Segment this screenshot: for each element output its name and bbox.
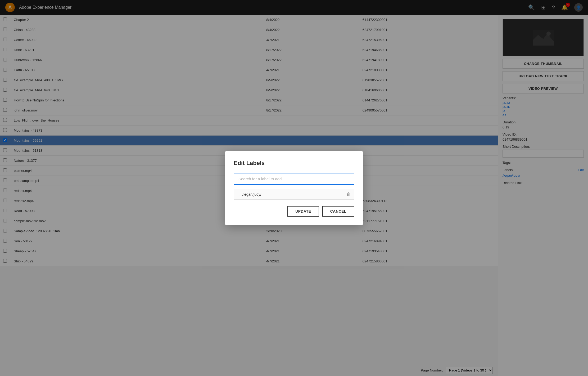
cancel-button[interactable]: CANCEL — [322, 206, 354, 217]
label-search-input[interactable] — [234, 173, 354, 185]
delete-label-icon[interactable]: 🗑 — [347, 192, 351, 197]
modal-overlay[interactable]: Edit Labels ⠿ /legan/judy/ 🗑 UPDATE CANC… — [0, 0, 588, 376]
label-item: ⠿ /legan/judy/ 🗑 — [234, 189, 354, 200]
edit-labels-modal: Edit Labels ⠿ /legan/judy/ 🗑 UPDATE CANC… — [225, 151, 363, 225]
update-button[interactable]: UPDATE — [287, 206, 319, 217]
label-item-left: ⠿ /legan/judy/ — [237, 192, 261, 196]
label-text: /legan/judy/ — [242, 192, 261, 196]
drag-handle-icon[interactable]: ⠿ — [237, 192, 240, 196]
modal-title: Edit Labels — [234, 160, 354, 167]
modal-actions: UPDATE CANCEL — [234, 206, 354, 217]
